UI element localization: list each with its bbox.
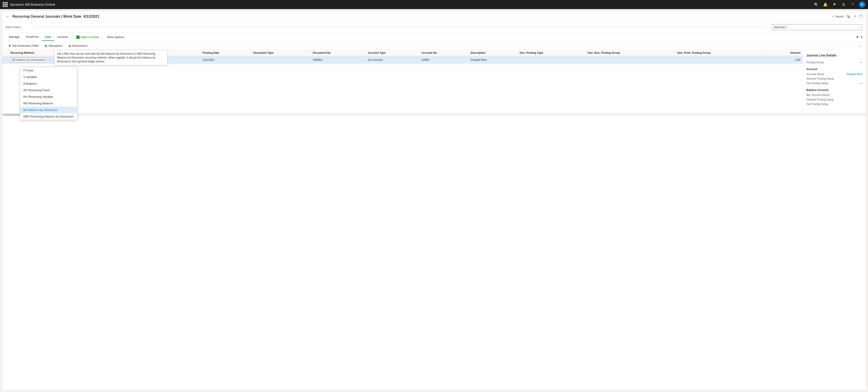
col-header-description[interactable]: Description (469, 50, 518, 56)
filter-funnel-icon: ▼ (8, 44, 11, 48)
right-panel-title: Journal Line Details (806, 54, 862, 57)
batch-name-label: Batch Name (6, 26, 28, 29)
dimensions-label: Dimensions (72, 44, 88, 48)
back-button[interactable]: ← (6, 14, 10, 19)
account-section: Account Account Name Prepaid Rent Genera… (806, 67, 862, 85)
open-new-tab-icon[interactable]: ➚ (854, 14, 857, 19)
posting-group-dash: — (860, 61, 862, 64)
cell-gen-bus-posting-group[interactable] (586, 56, 675, 64)
col-header-gen-posting-type[interactable]: Gen. Posting Type (518, 50, 586, 56)
dropdown-option-b-balance[interactable]: B Balance (20, 80, 77, 87)
tooltip-text: Set a filter that can be used with the B… (57, 52, 155, 63)
page-header: ← Recurring General Journals | Work Date… (2, 11, 866, 22)
col-header-account-type[interactable]: Account Type (366, 50, 420, 56)
cell-amount[interactable]: 0.00 (767, 56, 802, 64)
app-grid-menu[interactable] (3, 2, 8, 7)
tax-posting-setup-row: Tax Posting Setup — (806, 82, 862, 85)
batch-name-input-container[interactable]: DEFAULT ··· (772, 24, 862, 30)
col-header-document-no[interactable]: Document No. (311, 50, 366, 56)
recurring-method-dropdown-menu[interactable]: F Fixed V Variable B Balance RF Reversin… (20, 67, 77, 113)
tab-line[interactable]: Line (42, 33, 54, 41)
set-dimension-filter-button[interactable]: ▼ Set Dimension Filter (6, 43, 41, 49)
expand-icon[interactable]: ❐ (859, 14, 862, 19)
account-name-row: Account Name Prepaid Rent (806, 73, 862, 76)
cell-gen-posting-type[interactable] (518, 56, 586, 64)
general-posting-setup-label: General Posting Setup (806, 77, 834, 80)
dropdown-chevron-icon: ▾ (44, 58, 45, 61)
cell-account-no[interactable]: 10500 (420, 56, 469, 64)
tab-divider-2 (103, 35, 103, 39)
tooltip-box: Set a filter that can be used with the B… (54, 50, 167, 65)
batch-name-row: Batch Name DEFAULT ··· (2, 22, 866, 33)
app-title: Dynamics 365 Business Central (10, 3, 812, 6)
dropdown-option-rf-reversing-fixed[interactable]: RF Reversing Fixed (20, 87, 77, 93)
dimensions-button[interactable]: ⊞ Dimensions (66, 43, 90, 49)
cell-document-no[interactable]: G00001 (311, 56, 366, 64)
tab-bar: Manage Post/Print Line Account X Open in… (2, 33, 866, 42)
dropdown-option-bd-balance-by-dimension[interactable]: BD Balance by Dimension (20, 107, 77, 113)
col-header-account-no[interactable]: Account No. (420, 50, 469, 56)
search-icon[interactable]: 🔍 (814, 2, 819, 7)
general-posting-setup-row: General Posting Setup (806, 77, 862, 80)
cell-description[interactable]: Prepaid Rent (469, 56, 518, 64)
col-header-gen-prod-posting-group[interactable]: Gen. Prod. Posting Group (675, 50, 767, 56)
horizontal-scrollbar[interactable] (2, 113, 866, 116)
account-section-label: Account (806, 67, 862, 71)
checkmark-icon: ✓ (832, 15, 834, 18)
dimensions-icon: ⊞ (68, 44, 71, 48)
cell-account-type[interactable]: G/L Account (366, 56, 420, 64)
account-name-label: Account Name (806, 73, 824, 76)
col-header-document-type[interactable]: Document Type (251, 50, 311, 56)
tab-divider (72, 35, 72, 39)
bal-tax-posting-setup-row: Tax Posting Setup (806, 103, 862, 106)
excel-icon: X (76, 36, 80, 39)
tax-posting-setup-dash: — (860, 82, 862, 85)
batch-more-button[interactable]: ··· (858, 25, 860, 29)
col-header-amount[interactable]: Amount (767, 50, 802, 56)
dropdown-option-rb-reversing-balance[interactable]: RB Reversing Balance (20, 100, 77, 107)
bookmark-icon[interactable]: 🔖 (846, 14, 851, 19)
info-icon[interactable]: ℹ (861, 35, 862, 39)
sub-toolbar-collapse-icon[interactable]: ↕ (858, 43, 862, 48)
tab-more-options[interactable]: More options (104, 34, 127, 40)
main-container: ← Recurring General Journals | Work Date… (2, 11, 866, 390)
row-arrow: → (2, 56, 9, 64)
cell-posting-date[interactable]: 4/12/2021 (201, 56, 252, 64)
allocations-label: Allocations (48, 44, 63, 48)
recurring-method-select[interactable]: BD Balance by Dimension ▾ (10, 58, 47, 62)
user-avatar[interactable]: IK (859, 1, 865, 8)
bal-general-posting-setup-label: General Posting Setup (806, 98, 834, 101)
tab-manage[interactable]: Manage (6, 33, 23, 41)
page-title: Recurring General Journals | Work Date: … (12, 15, 832, 19)
tab-postprint[interactable]: Post/Print (23, 33, 42, 41)
tab-excel-label: Open in Excel (81, 35, 99, 39)
cell-document-type[interactable] (251, 56, 311, 64)
dropdown-option-v-variable[interactable]: V Variable (20, 74, 77, 80)
tab-open-in-excel[interactable]: X Open in Excel (73, 34, 102, 40)
col-header-gen-bus-posting-group[interactable]: Gen. Bus. Posting Group (586, 50, 675, 56)
balance-account-section: Balance Account Bal. Account Name Genera… (806, 88, 862, 106)
bal-account-name-row: Bal. Account Name (806, 93, 862, 96)
tab-account[interactable]: Account (54, 33, 71, 41)
help-icon[interactable]: ? (850, 2, 855, 7)
bal-account-name-label: Bal. Account Name (806, 93, 830, 96)
col-header-posting-date[interactable]: Posting Date (201, 50, 252, 56)
flag-icon[interactable]: ⚑ (832, 2, 837, 7)
dropdown-option-rv-reversing-variable[interactable]: RV Reversing Variable (20, 93, 77, 100)
notifications-icon[interactable]: 🔔 (823, 2, 828, 7)
allocations-button[interactable]: ⊞ Allocations (42, 43, 65, 49)
posting-group-section: Posting Group — (806, 61, 862, 64)
settings-icon[interactable]: ⚙ (841, 2, 846, 7)
balance-account-section-label: Balance Account (806, 88, 862, 92)
filter-icon[interactable]: ▼ (856, 35, 859, 39)
sub-toolbar: ▼ Set Dimension Filter ⊞ Allocations ⊞ D… (2, 42, 866, 50)
three-dot-menu-button[interactable]: ⋮ (48, 57, 53, 62)
cell-gen-prod-posting-group[interactable] (675, 56, 767, 64)
posting-group-row: Posting Group — (806, 61, 862, 64)
saved-label: Saved (835, 15, 843, 18)
dropdown-option-f-fixed[interactable]: F Fixed (20, 67, 77, 74)
bal-general-posting-setup-row: General Posting Setup (806, 98, 862, 101)
top-bar-icons: 🔍 🔔 ⚑ ⚙ ? IK (814, 1, 865, 8)
account-name-value: Prepaid Rent (846, 73, 862, 76)
right-panel: Journal Line Details Posting Group — Acc… (803, 50, 866, 113)
